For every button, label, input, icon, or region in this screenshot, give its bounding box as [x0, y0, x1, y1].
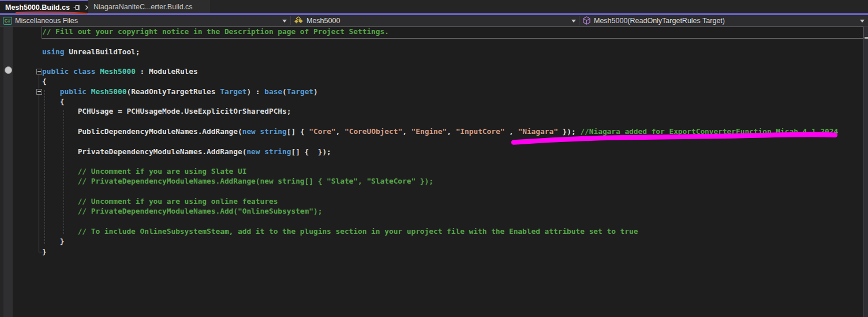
code-line[interactable]: }	[42, 236, 863, 246]
code-line[interactable]: PublicDependencyModuleNames.AddRange(new…	[42, 126, 863, 136]
outline-guide-line	[39, 74, 39, 252]
code-token-pl: ,	[447, 127, 455, 136]
code-token-str: "CoreUObject"	[345, 127, 402, 136]
code-token-com: // PrivateDependencyModuleNames.Add("Onl…	[42, 207, 322, 215]
member-dropdown[interactable]: Mesh5000(ReadOnlyTargetRules Target)	[579, 15, 868, 26]
code-token-com: // Uncomment if you are using Slate UI	[42, 167, 246, 176]
chevron-down-icon	[282, 20, 287, 23]
code-line[interactable]: PrivateDependencyModuleNames.AddRange(ne…	[42, 147, 863, 156]
code-token-pl	[256, 127, 260, 136]
pin-icon[interactable]	[73, 3, 81, 12]
code-line[interactable]: // To include OnlineSubsystemSteam, add …	[42, 226, 863, 236]
project-dropdown-label: Miscellaneous Files	[15, 17, 78, 25]
code-token-com: // PrivateDependencyModuleNames.AddRange…	[42, 177, 433, 185]
code-token-com: // To include OnlineSubsystemSteam, add …	[42, 227, 638, 236]
code-token-kw: new	[242, 127, 256, 136]
tab-bar: Mesh5000.Build.cs NiagaraNaniteC...erter…	[0, 0, 868, 15]
code-token-pl	[87, 87, 91, 96]
code-token-pl: ,	[504, 127, 518, 136]
code-line[interactable]	[42, 57, 863, 66]
code-token-pl: }	[42, 247, 47, 256]
code-line[interactable]: }	[42, 247, 863, 256]
code-token-pl: ) :	[246, 87, 264, 96]
type-dropdown[interactable]: Mesh5000	[291, 15, 579, 26]
code-token-pl: (ReadOnlyTargetRules	[126, 87, 220, 96]
code-token-kw: using	[42, 47, 65, 56]
code-token-pl: {	[42, 97, 65, 106]
code-token-pl: ,	[402, 127, 411, 136]
type-dropdown-label: Mesh5000	[306, 17, 340, 25]
margin-edge	[0, 27, 3, 317]
code-line[interactable]: PCHUsage = PCHUsageMode.UseExplicitOrSha…	[42, 106, 863, 116]
collapse-method-button[interactable]	[36, 89, 42, 95]
code-line[interactable]	[42, 36, 863, 46]
code-editor[interactable]: // Fill out your copyright notice in the…	[0, 27, 868, 317]
code-token-pl: PublicDependencyModuleNames.AddRange(	[42, 127, 242, 136]
code-token-kw: base	[264, 87, 282, 96]
code-token-com: // Uncomment if you are using online fea…	[42, 197, 278, 206]
collapse-class-button[interactable]	[36, 69, 42, 74]
code-line[interactable]: // Uncomment if you are using online fea…	[42, 196, 863, 206]
code-line[interactable]	[42, 187, 863, 196]
tab-title: NiagaraNaniteC...erter.Build.cs	[93, 3, 193, 11]
code-token-kw: string	[260, 127, 287, 136]
chevron-down-icon	[571, 20, 576, 23]
code-line[interactable]	[42, 136, 863, 146]
code-token-str: "Niagara"	[518, 127, 558, 136]
code-line[interactable]: {	[42, 76, 863, 86]
code-line[interactable]: public Mesh5000(ReadOnlyTargetRules Targ…	[42, 87, 863, 96]
code-text-area[interactable]: // Fill out your copyright notice in the…	[42, 27, 863, 317]
code-line[interactable]	[42, 156, 863, 166]
code-token-pl: UnrealBuildTool;	[65, 47, 140, 56]
code-token-pl: });	[558, 127, 581, 136]
code-token-pl: PCHUsage = PCHUsageMode.UseExplicitOrSha…	[42, 107, 291, 115]
code-line[interactable]: // PrivateDependencyModuleNames.AddRange…	[42, 176, 863, 186]
csharp-file-icon: C#	[3, 17, 12, 25]
vs-editor-window: Mesh5000.Build.cs NiagaraNaniteC...erter…	[0, 0, 868, 317]
tab-mesh5000-build-cs[interactable]: Mesh5000.Build.cs	[0, 0, 88, 13]
breakpoint-margin[interactable]	[0, 27, 13, 317]
code-token-kw: Target	[287, 87, 313, 96]
code-line[interactable]	[42, 217, 863, 226]
class-icon	[294, 16, 304, 25]
code-token-kw: class	[73, 67, 96, 76]
tab-niagara-nanite-converter[interactable]: NiagaraNaniteC...erter.Build.cs	[88, 0, 210, 13]
code-token-kw: public	[60, 87, 87, 96]
code-token-pl	[69, 67, 73, 76]
code-token-ty: Mesh5000	[100, 67, 136, 76]
code-token-pl: PrivateDependencyModuleNames.AddRange(	[42, 147, 246, 156]
code-line[interactable]: // Fill out your copyright notice in the…	[42, 27, 863, 36]
tab-title: Mesh5000.Build.cs	[5, 3, 70, 12]
scrollbar-caret-mark	[865, 37, 868, 39]
code-token-pl: [] {	[287, 127, 309, 136]
code-line[interactable]: {	[42, 96, 863, 106]
method-icon	[582, 16, 591, 25]
code-token-pl: : ModuleRules	[136, 67, 198, 76]
code-token-pl: ,	[336, 127, 345, 136]
code-token-com: // Fill out your copyright notice in the…	[42, 27, 389, 36]
project-dropdown[interactable]: C# Miscellaneous Files	[0, 15, 290, 26]
code-token-kw: string	[264, 147, 291, 156]
navigation-bar: C# Miscellaneous Files Mesh5000	[0, 15, 868, 27]
code-line[interactable]: using UnrealBuildTool;	[42, 47, 863, 57]
code-token-str: "InputCore"	[456, 127, 505, 136]
breakpoint-indicator-icon[interactable]	[5, 66, 12, 74]
svg-text:C#: C#	[5, 18, 11, 24]
code-token-pl: (	[282, 87, 287, 96]
code-token-kw: new	[246, 147, 260, 156]
code-token-kw: Target	[220, 87, 246, 96]
code-token-pl: }	[42, 237, 65, 245]
code-token-com: //Niagara added for ExportConverterFunct…	[580, 127, 838, 136]
code-token-pl	[42, 87, 60, 96]
member-dropdown-label: Mesh5000(ReadOnlyTargetRules Target)	[594, 17, 725, 25]
code-token-ty: Mesh5000	[91, 87, 127, 96]
code-line[interactable]: // PrivateDependencyModuleNames.Add("Onl…	[42, 206, 863, 216]
code-token-str: "Engine"	[411, 127, 447, 136]
code-token-str: "Core"	[309, 127, 335, 136]
code-line[interactable]	[42, 117, 863, 126]
code-token-pl: )	[313, 87, 318, 96]
code-token-pl: [] { });	[291, 147, 331, 156]
code-line[interactable]: // Uncomment if you are using Slate UI	[42, 166, 863, 176]
vertical-scrollbar[interactable]	[863, 27, 868, 317]
code-line[interactable]: public class Mesh5000 : ModuleRules	[42, 66, 863, 76]
